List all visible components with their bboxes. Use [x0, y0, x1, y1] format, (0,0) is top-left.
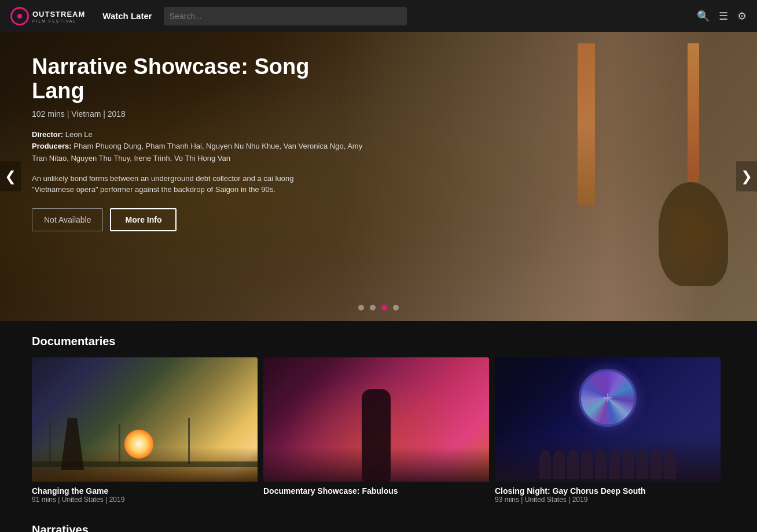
crowd-person	[664, 450, 676, 479]
crowd-person	[609, 450, 620, 479]
not-available-button[interactable]: Not Available	[32, 208, 103, 231]
card-meta-chorus: 93 mins | United States | 2019	[495, 496, 721, 504]
logo[interactable]: OUTSTREAM FILM FESTIVAL	[10, 7, 85, 25]
thumb-changing-the-game	[32, 357, 258, 482]
hero-arrow-right[interactable]: ❯	[736, 161, 757, 191]
thumb-chorus-deep-south	[495, 357, 721, 482]
logo-text-block: OUTSTREAM FILM FESTIVAL	[32, 9, 85, 23]
header: OUTSTREAM FILM FESTIVAL Watch Later 🔍 ☰ …	[0, 0, 757, 32]
search-icon[interactable]: 🔍	[697, 10, 710, 23]
dot-4[interactable]	[393, 305, 399, 311]
hero-dots	[358, 305, 399, 311]
crowd-person	[539, 450, 551, 479]
card-chorus-deep-south[interactable]: Closing Night: Gay Chorus Deep South 93 …	[495, 357, 721, 504]
crowd-person	[567, 450, 579, 479]
hero-description: An unlikely bond forms between an underg…	[32, 173, 321, 195]
crowd-person	[637, 450, 648, 479]
rose-window-icon	[579, 369, 637, 427]
producers-label: Producers:	[32, 142, 72, 150]
thumb-fabulous-bg	[263, 357, 489, 482]
chorus-crowd	[495, 435, 721, 482]
thumb-fabulous	[263, 357, 489, 482]
nav-watch-later[interactable]: Watch Later	[102, 11, 152, 21]
hero-title: Narrative Showcase: Song Lang	[32, 55, 368, 104]
hero-director: Leon Le	[65, 130, 93, 139]
more-info-button[interactable]: More Info	[110, 208, 177, 231]
hero-meta: 102 mins | Vietnam | 2018	[32, 109, 368, 119]
hero-door2	[688, 43, 699, 182]
narratives-title: Narratives	[32, 523, 725, 532]
dot-3[interactable]	[381, 305, 387, 311]
crowd-person	[595, 450, 607, 479]
crowd-person	[553, 450, 565, 479]
documentaries-title: Documentaries	[32, 335, 725, 348]
card-meta-changing-the-game: 91 mins | United States | 2019	[32, 496, 258, 504]
card-fabulous[interactable]: Documentary Showcase: Fabulous	[263, 357, 489, 504]
hero-plants	[659, 182, 728, 286]
crowd-person	[581, 450, 593, 479]
documentaries-row: Changing the Game 91 mins | United State…	[32, 357, 725, 504]
narratives-section: Narratives	[0, 509, 757, 532]
settings-icon[interactable]: ⚙	[737, 10, 747, 23]
card-title-chorus: Closing Night: Gay Chorus Deep South	[495, 486, 721, 496]
director-label: Director:	[32, 130, 63, 139]
card-title-fabulous: Documentary Showcase: Fabulous	[263, 486, 489, 496]
crowd-person	[623, 450, 634, 479]
crowd-person	[651, 450, 662, 479]
search-area	[164, 7, 685, 25]
card-changing-the-game[interactable]: Changing the Game 91 mins | United State…	[32, 357, 258, 504]
hero-door	[578, 43, 595, 205]
documentaries-section: Documentaries Changing the Game 91 mins …	[0, 321, 757, 509]
logo-name: OUTSTREAM	[32, 10, 85, 19]
hero-arrow-left[interactable]: ❮	[0, 161, 21, 191]
menu-icon[interactable]: ☰	[719, 10, 728, 23]
dot-1[interactable]	[358, 305, 364, 311]
card-title-changing-the-game: Changing the Game	[32, 486, 258, 496]
search-input[interactable]	[164, 7, 407, 25]
thumb-chorus-bg	[495, 357, 721, 482]
logo-icon	[10, 7, 29, 25]
logo-subtext: FILM FESTIVAL	[32, 19, 85, 23]
hero-producers: Pham Phuong Dung, Pham Thanh Hai, Nguyen…	[32, 142, 362, 162]
hero-content: Narrative Showcase: Song Lang 102 mins |…	[32, 55, 368, 231]
header-icons: 🔍 ☰ ⚙	[697, 10, 747, 23]
thumb-running-bg	[32, 357, 258, 482]
dot-2[interactable]	[370, 305, 376, 311]
hero-buttons: Not Available More Info	[32, 208, 368, 231]
hero-credits: Director: Leon Le Producers: Pham Phuong…	[32, 129, 368, 165]
hero-section: Narrative Showcase: Song Lang 102 mins |…	[0, 32, 757, 321]
